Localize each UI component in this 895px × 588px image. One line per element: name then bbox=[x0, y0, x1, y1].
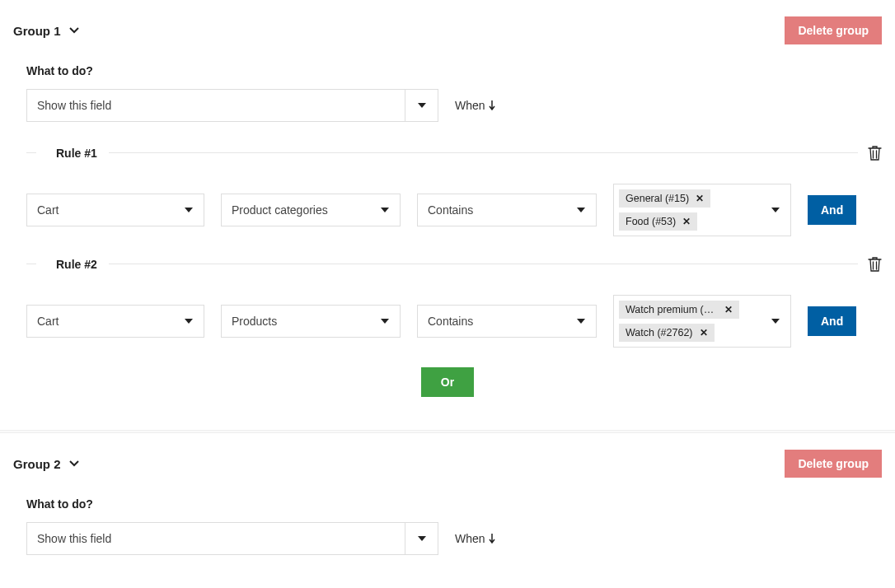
or-row: Or bbox=[13, 367, 882, 397]
caret-down-icon bbox=[174, 319, 204, 324]
delete-rule-button[interactable] bbox=[858, 145, 882, 161]
rule-title: Rule #2 bbox=[36, 258, 109, 271]
delete-group-button[interactable]: Delete group bbox=[785, 16, 882, 44]
and-button[interactable]: And bbox=[808, 306, 856, 336]
or-button[interactable]: Or bbox=[421, 367, 474, 397]
caret-down-icon bbox=[566, 319, 596, 324]
caret-down-icon bbox=[370, 208, 400, 212]
tag: Watch premium (#... ✕ bbox=[619, 301, 739, 319]
action-select[interactable]: Show this field bbox=[26, 522, 438, 555]
operator-value: Contains bbox=[418, 315, 483, 328]
value-select[interactable]: General (#15) ✕ Food (#53) ✕ bbox=[613, 184, 791, 236]
action-select-value: Show this field bbox=[27, 99, 121, 112]
scope-select[interactable]: Cart bbox=[26, 194, 204, 226]
caret-down-icon bbox=[174, 208, 204, 212]
rule-header: Rule #1 bbox=[26, 145, 882, 161]
arrow-down-icon bbox=[489, 534, 495, 544]
tags-container: Watch premium (#... ✕ Watch (#2762) ✕ bbox=[614, 296, 761, 347]
tag: General (#15) ✕ bbox=[619, 189, 710, 208]
tag: Food (#53) ✕ bbox=[619, 212, 697, 231]
what-to-do-label: What to do? bbox=[26, 497, 882, 511]
delete-group-button[interactable]: Delete group bbox=[785, 450, 882, 478]
group-title: Group 2 bbox=[13, 457, 61, 471]
delete-rule-button[interactable] bbox=[858, 256, 882, 272]
arrow-down-icon bbox=[489, 100, 495, 110]
action-select[interactable]: Show this field bbox=[26, 89, 438, 122]
action-row: Show this field When bbox=[26, 522, 882, 555]
rule-row: Cart Products Contains bbox=[26, 295, 882, 348]
field-select[interactable]: Products bbox=[221, 305, 401, 338]
tag: Watch (#2762) ✕ bbox=[619, 324, 715, 342]
remove-tag-button[interactable]: ✕ bbox=[700, 327, 708, 338]
rule-line bbox=[109, 152, 858, 153]
rule-1: Rule #1 Cart Product categories bbox=[26, 145, 882, 236]
rule-line bbox=[109, 264, 858, 264]
action-select-value: Show this field bbox=[27, 532, 121, 545]
rule-2: Rule #2 Cart Products C bbox=[26, 256, 882, 348]
rule-title: Rule #1 bbox=[36, 147, 109, 160]
caret-down-icon bbox=[761, 184, 790, 236]
rule-group-2: Group 2 Delete group What to do? Show th… bbox=[0, 433, 895, 588]
when-label: When bbox=[455, 532, 495, 545]
group-title: Group 1 bbox=[13, 24, 61, 38]
caret-down-icon bbox=[370, 319, 400, 324]
rule-header: Rule #2 bbox=[26, 256, 882, 272]
trash-icon bbox=[868, 256, 882, 272]
operator-select[interactable]: Contains bbox=[417, 305, 597, 338]
caret-down-icon bbox=[761, 296, 790, 347]
what-to-do-label: What to do? bbox=[26, 64, 882, 77]
and-button[interactable]: And bbox=[808, 195, 856, 225]
remove-tag-button[interactable]: ✕ bbox=[696, 193, 704, 204]
remove-tag-button[interactable]: ✕ bbox=[682, 216, 691, 227]
value-select[interactable]: Watch premium (#... ✕ Watch (#2762) ✕ bbox=[613, 295, 791, 348]
remove-tag-button[interactable]: ✕ bbox=[724, 304, 733, 315]
operator-select[interactable]: Contains bbox=[417, 194, 597, 226]
group-toggle[interactable]: Group 1 bbox=[13, 24, 79, 38]
operator-value: Contains bbox=[418, 203, 483, 217]
trash-icon bbox=[868, 145, 882, 161]
field-value: Product categories bbox=[222, 203, 338, 217]
chevron-down-icon bbox=[69, 27, 79, 34]
scope-value: Cart bbox=[27, 203, 68, 217]
field-select[interactable]: Product categories bbox=[221, 194, 401, 226]
caret-down-icon bbox=[566, 208, 596, 212]
rule-line bbox=[26, 264, 36, 264]
caret-down-icon bbox=[405, 523, 438, 554]
rule-line bbox=[26, 152, 36, 153]
group-header: Group 2 Delete group bbox=[13, 450, 882, 478]
chevron-down-icon bbox=[69, 460, 79, 467]
rule-group-1: Group 1 Delete group What to do? Show th… bbox=[0, 0, 895, 413]
field-value: Products bbox=[222, 315, 287, 328]
action-row: Show this field When bbox=[26, 89, 882, 122]
caret-down-icon bbox=[405, 90, 438, 121]
group-header: Group 1 Delete group bbox=[13, 16, 882, 44]
when-label: When bbox=[455, 99, 495, 112]
group-toggle[interactable]: Group 2 bbox=[13, 457, 79, 471]
scope-select[interactable]: Cart bbox=[26, 305, 204, 338]
tags-container: General (#15) ✕ Food (#53) ✕ bbox=[614, 184, 761, 236]
scope-value: Cart bbox=[27, 315, 68, 328]
rule-row: Cart Product categories Contains bbox=[26, 184, 882, 236]
